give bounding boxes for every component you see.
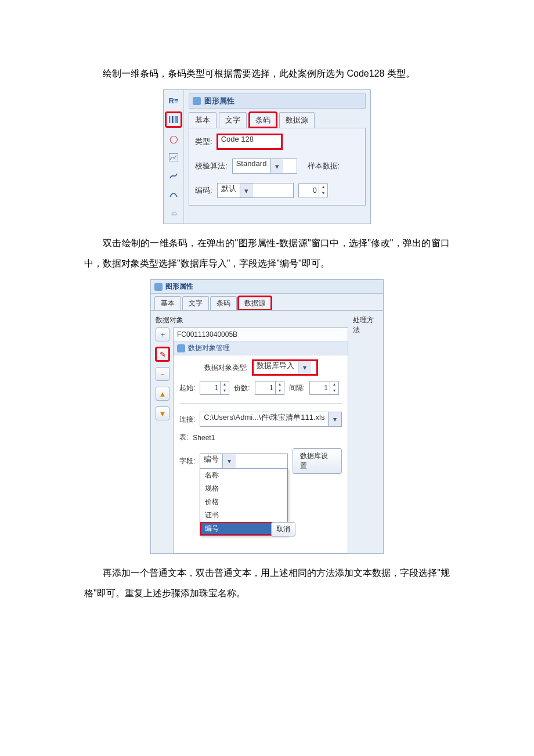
count-val: 1: [255, 384, 275, 392]
svg-rect-3: [174, 116, 174, 123]
field-dropdown: 名称 规格 价格 证书 编号 取消: [200, 468, 288, 536]
encode-label: 编码:: [195, 185, 212, 196]
current-value: FC001113040005B: [174, 328, 348, 341]
gap-spin[interactable]: 1▴▾: [309, 381, 339, 395]
conn-label: 连接:: [179, 415, 195, 424]
move-up-button[interactable]: ▲: [156, 387, 169, 401]
type-combo[interactable]: Code 128: [217, 134, 282, 149]
chevron-down-icon[interactable]: ▾: [270, 159, 283, 173]
vertical-toolbar: R≡ ◯ ▭: [164, 90, 184, 224]
svg-rect-5: [176, 116, 178, 123]
tool-arc-icon[interactable]: [166, 188, 181, 201]
sample-label: 样本数据:: [308, 161, 340, 171]
conn-combo[interactable]: C:\Users\Admi...\件\珠宝清单111.xls ▾: [200, 412, 342, 427]
panel-title-2: 图形属性: [165, 282, 193, 291]
field-value: 编号: [200, 454, 222, 468]
tab-barcode[interactable]: 条码: [249, 112, 277, 128]
svg-rect-1: [171, 116, 171, 123]
encode-spin[interactable]: 0 ▴▾: [298, 183, 328, 197]
db-settings-button[interactable]: 数据库设置: [293, 448, 342, 474]
count-label: 份数:: [234, 383, 250, 393]
chevron-down-icon[interactable]: ▾: [240, 183, 253, 197]
svg-rect-4: [175, 116, 176, 123]
tab-basic[interactable]: 基本: [189, 112, 217, 128]
chevron-down-icon[interactable]: ▾: [298, 361, 311, 375]
tab2-barcode[interactable]: 条码: [210, 296, 237, 310]
tool-line-icon[interactable]: [166, 169, 181, 183]
objtype-combo[interactable]: 数据库导入 ▾: [252, 360, 317, 375]
add-button[interactable]: ＋: [156, 327, 169, 341]
start-val: 1: [200, 384, 220, 392]
paragraph-3: 再添加一个普通文本，双击普通文本，用上述相同的方法添加文本数据，字段选择"规格"…: [84, 563, 450, 603]
svg-rect-0: [169, 116, 170, 123]
option-price[interactable]: 价格: [200, 495, 287, 509]
checksum-value: Standard: [233, 159, 270, 173]
tab-text[interactable]: 文字: [219, 112, 247, 128]
tabs-2: 基本 文字 条码 数据源: [151, 294, 383, 310]
tool-richtext-icon[interactable]: R≡: [166, 93, 181, 107]
checksum-label: 校验算法:: [195, 161, 228, 171]
tool-image-icon[interactable]: [166, 150, 181, 164]
table-value: Sheet1: [193, 434, 215, 442]
option-cert[interactable]: 证书: [200, 509, 287, 522]
cancel-button[interactable]: 取消: [271, 522, 295, 537]
remove-button[interactable]: −: [156, 367, 169, 381]
data-object-label: 数据对象: [156, 315, 183, 325]
encode-num: 0: [299, 186, 319, 195]
paragraph-1: 绘制一维条码，条码类型可根据需要选择，此处案例所选为 Code128 类型。: [84, 64, 450, 84]
encode-value: 默认: [218, 183, 240, 197]
chevron-down-icon[interactable]: ▾: [328, 412, 341, 426]
tab2-basic[interactable]: 基本: [154, 296, 181, 310]
edit-button[interactable]: ✎: [156, 347, 169, 361]
gap-val: 1: [310, 384, 330, 392]
type-label: 类型:: [195, 136, 212, 147]
option-name[interactable]: 名称: [200, 469, 287, 482]
field-label: 字段:: [179, 456, 195, 466]
barcode-panel: 类型: Code 128 校验算法: Standard ▾ 样本数据:: [189, 128, 366, 206]
objtype-label: 数据对象类型:: [204, 363, 248, 373]
screenshot-1: R≡ ◯ ▭ 图形属性: [163, 89, 371, 224]
tab-datasource[interactable]: 数据源: [279, 112, 315, 128]
paragraph-2: 双击绘制的一维条码，在弹出的"图形属性-数据源"窗口中，选择"修改"，弹出的窗口…: [84, 233, 450, 273]
gap-label: 间隔:: [289, 383, 305, 393]
tool-shape-icon[interactable]: ◯: [166, 132, 181, 146]
tab2-datasource[interactable]: 数据源: [238, 296, 272, 310]
svg-rect-2: [172, 116, 173, 123]
panel-icon: [154, 283, 163, 291]
object-action-buttons: ＋ ✎ − ▲ ▼: [156, 327, 169, 553]
panel-title: 图形属性: [204, 96, 234, 106]
data-object-inner: FC001113040005B 数据对象管理 数据对象类型: 数据库导入: [173, 327, 348, 553]
chevron-down-icon[interactable]: ▾: [222, 454, 236, 468]
checksum-combo[interactable]: Standard ▾: [232, 159, 297, 174]
move-down-button[interactable]: ▼: [156, 406, 169, 420]
method-label: 处理方法: [353, 315, 378, 335]
tabs: 基本 文字 条码 数据源: [189, 112, 366, 128]
encode-combo[interactable]: 默认 ▾: [217, 183, 294, 198]
option-spec[interactable]: 规格: [200, 482, 287, 495]
start-spin[interactable]: 1▴▾: [200, 381, 229, 395]
panel-icon: [177, 344, 185, 352]
sub-title: 数据对象管理: [188, 343, 230, 353]
objtype-value: 数据库导入: [253, 361, 298, 375]
tool-more-icon[interactable]: ▭: [166, 206, 181, 220]
sub-title-bar: 数据对象管理: [174, 341, 348, 355]
start-label: 起始:: [179, 383, 195, 393]
conn-value: C:\Users\Admi...\件\珠宝清单111.xls: [200, 412, 328, 426]
table-label: 表:: [179, 433, 188, 442]
svg-rect-6: [169, 153, 178, 161]
tab2-text[interactable]: 文字: [182, 296, 209, 310]
panel-title-bar: 图形属性: [189, 93, 366, 109]
tool-barcode-icon[interactable]: [165, 112, 182, 127]
screenshot-2: 图形属性 基本 文字 条码 数据源 数据对象 ＋ ✎ −: [150, 279, 384, 554]
type-value: Code 128: [218, 135, 257, 149]
field-combo[interactable]: 编号 ▾: [200, 453, 288, 469]
count-spin[interactable]: 1▴▾: [255, 381, 284, 395]
panel-title-bar-2: 图形属性: [151, 280, 383, 294]
panel-icon: [193, 97, 201, 105]
